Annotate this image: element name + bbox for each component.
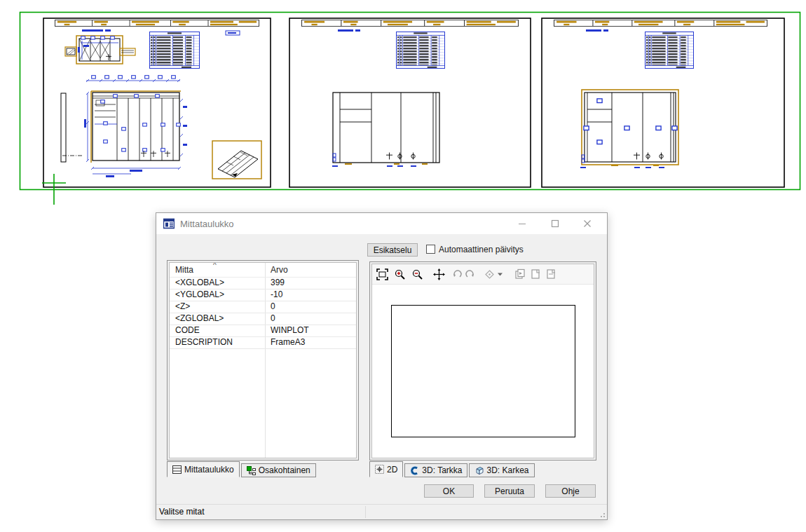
tab-label: 2D bbox=[387, 465, 397, 475]
column-header-mitta[interactable]: Mitta bbox=[175, 265, 193, 275]
measurement-row[interactable]: <YGLOBAL> -10 bbox=[170, 289, 356, 301]
copy-part-icon bbox=[545, 268, 556, 280]
status-divider bbox=[365, 506, 366, 518]
dialog-title: Mittataulukko bbox=[180, 219, 234, 229]
title-block bbox=[302, 20, 519, 26]
arvo-cell: 0 bbox=[271, 301, 275, 311]
title-block bbox=[55, 20, 259, 26]
tab-label: Mittataulukko bbox=[184, 465, 234, 475]
close-button[interactable] bbox=[575, 213, 599, 234]
right-tabbar: 2D 3D: Tarkka 3D: Karkea bbox=[369, 461, 536, 477]
mitta-cell: CODE bbox=[175, 325, 200, 335]
measurement-row[interactable]: DESCRIPTION FrameA3 bbox=[170, 336, 356, 349]
sheet-2-drawing bbox=[289, 18, 531, 188]
arvo-cell: 399 bbox=[271, 278, 285, 287]
parts-list-table bbox=[396, 32, 444, 68]
rotate-ccw-icon bbox=[452, 269, 463, 280]
arvo-cell: 0 bbox=[271, 313, 275, 323]
table-list-icon bbox=[172, 465, 182, 474]
status-text: Valitse mitat bbox=[159, 507, 204, 517]
measurement-row[interactable]: <ZGLOBAL> 0 bbox=[170, 313, 356, 325]
fit-view-icon[interactable] bbox=[376, 268, 388, 280]
dialog-titlebar[interactable]: Mittataulukko bbox=[156, 213, 607, 234]
help-button-label: Ohje bbox=[561, 486, 579, 496]
pan-icon[interactable] bbox=[433, 268, 445, 280]
resize-grip-icon[interactable] bbox=[599, 511, 606, 518]
arvo-cell: -10 bbox=[271, 289, 282, 299]
solid-3d-icon bbox=[410, 466, 419, 475]
cancel-button[interactable]: Peruuta bbox=[484, 484, 535, 498]
measurement-row[interactable]: <Z> 0 bbox=[170, 301, 356, 313]
zoom-in-icon[interactable] bbox=[394, 268, 406, 280]
rotate-cw-icon bbox=[465, 269, 475, 280]
close-icon bbox=[583, 219, 592, 228]
status-bar: Valitse mitat bbox=[156, 504, 607, 519]
part-tree-icon bbox=[247, 466, 256, 475]
tab-3d-karkea[interactable]: 3D: Karkea bbox=[469, 463, 534, 477]
dropdown-caret-icon[interactable] bbox=[497, 272, 503, 277]
measurement-panel: ^ Mitta Arvo <XGLOBAL> 399 <YGLOBAL> -10… bbox=[167, 260, 359, 461]
mitta-cell: <XGLOBAL> bbox=[175, 278, 224, 287]
maximize-button[interactable] bbox=[543, 213, 567, 234]
mitta-cell: <YGLOBAL> bbox=[175, 289, 224, 299]
mitta-cell: <ZGLOBAL> bbox=[175, 313, 224, 323]
measurement-list[interactable]: ^ Mitta Arvo <XGLOBAL> 399 <YGLOBAL> -10… bbox=[169, 262, 357, 458]
tab-label: 3D: Tarkka bbox=[422, 465, 462, 475]
auto-update-checkbox[interactable] bbox=[426, 245, 435, 254]
drawing-sheet-3[interactable] bbox=[541, 18, 785, 188]
mittataulukko-dialog: Mittataulukko Esikatselu Automaattinen p… bbox=[156, 212, 608, 520]
tab-label: Osakohtainen bbox=[259, 465, 310, 475]
drawing-sheet-1[interactable] bbox=[43, 18, 271, 188]
arvo-cell: WINPLOT bbox=[271, 325, 309, 335]
ok-button[interactable]: OK bbox=[424, 484, 474, 498]
minimize-icon bbox=[518, 219, 526, 228]
sort-ascending-icon: ^ bbox=[213, 262, 217, 269]
preview-area bbox=[371, 264, 594, 458]
sheet-1-drawing bbox=[43, 18, 271, 188]
tab-label: 3D: Karkea bbox=[486, 465, 528, 475]
mitta-cell: <Z> bbox=[175, 301, 190, 311]
minimize-button[interactable] bbox=[510, 213, 534, 234]
arvo-cell: FrameA3 bbox=[271, 337, 305, 347]
parts-list-table bbox=[150, 32, 200, 68]
title-block bbox=[554, 20, 767, 26]
preview-toolbar bbox=[372, 264, 594, 285]
auto-update-label: Automaattinen päivitys bbox=[439, 245, 524, 254]
cube-3d-icon bbox=[474, 466, 484, 475]
tab-osakohtainen[interactable]: Osakohtainen bbox=[241, 463, 316, 477]
measurement-row[interactable]: <XGLOBAL> 399 bbox=[170, 277, 356, 289]
left-tabbar: Mittataulukko Osakohtainen bbox=[167, 461, 317, 477]
sheet-3-drawing bbox=[541, 18, 785, 188]
ok-button-label: OK bbox=[443, 486, 455, 496]
zoom-out-icon[interactable] bbox=[411, 268, 423, 280]
preview-button-label: Esikatselu bbox=[374, 245, 412, 255]
column-header-arvo[interactable]: Arvo bbox=[271, 265, 288, 275]
help-button[interactable]: Ohje bbox=[545, 484, 596, 498]
tab-3d-tarkka[interactable]: 3D: Tarkka bbox=[404, 463, 467, 477]
preview-panel bbox=[369, 261, 596, 461]
preview-frame-outline[interactable] bbox=[391, 305, 575, 437]
dialog-window-icon bbox=[163, 218, 175, 229]
maximize-icon bbox=[551, 219, 559, 228]
cancel-button-label: Peruuta bbox=[495, 486, 524, 496]
crosshair-2d-icon bbox=[375, 465, 384, 474]
copy-views-icon bbox=[514, 268, 526, 280]
drawing-sheet-2[interactable] bbox=[289, 18, 531, 188]
parts-list-table bbox=[645, 32, 693, 68]
center-target-icon bbox=[485, 270, 494, 279]
mitta-cell: DESCRIPTION bbox=[175, 337, 233, 347]
tab-mittataulukko[interactable]: Mittataulukko bbox=[167, 461, 240, 477]
tab-2d[interactable]: 2D bbox=[369, 461, 403, 477]
measurement-row[interactable]: CODE WINPLOT bbox=[170, 325, 356, 337]
list-header: ^ Mitta Arvo bbox=[170, 263, 356, 278]
preview-button[interactable]: Esikatselu bbox=[367, 243, 418, 257]
copy-view-icon bbox=[530, 268, 541, 280]
